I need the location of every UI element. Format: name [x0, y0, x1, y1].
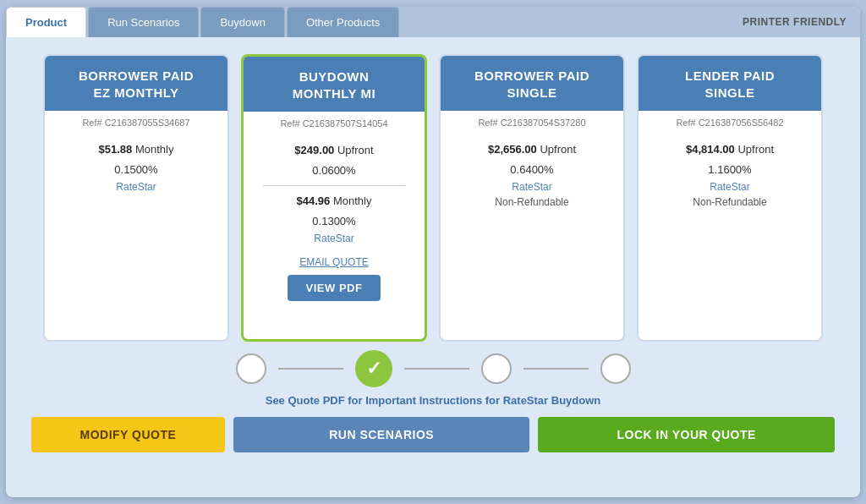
card-2-price1: $249.00 Upfront — [255, 142, 413, 159]
card-4-price1: $4,814.00 Upfront — [650, 141, 809, 158]
radio-card-2-selected[interactable]: ✓ — [355, 350, 392, 387]
radio-card-1[interactable] — [236, 353, 266, 384]
radio-line-3 — [523, 368, 589, 370]
card-2-amount1: $249.00 — [294, 144, 334, 156]
cards-row: BORROWER PAID EZ MONTHLY Ref# C216387055… — [23, 54, 843, 342]
card-4-ratestar: RateStar — [650, 181, 809, 193]
card-1-price2: 0.1500% — [57, 162, 216, 178]
email-quote-link[interactable]: EMAIL QUOTE — [255, 256, 413, 268]
radio-row: ✓ — [23, 350, 843, 387]
card-2-title-line2: MONTHLY MI — [293, 86, 375, 101]
card-3-non-refundable: Non-Refundable — [452, 196, 611, 208]
view-pdf-button[interactable]: VIEW PDF — [288, 275, 381, 301]
lock-in-quote-button[interactable]: LOCK IN YOUR QUOTE — [538, 417, 835, 452]
main-container: Product Run Scenarios Buydown Other Prod… — [6, 7, 860, 497]
card-3-ratestar: RateStar — [452, 181, 611, 193]
printer-friendly-link[interactable]: PRINTER FRIENDLY — [729, 7, 860, 37]
card-2-ref: Ref# C216387507S14054 — [280, 112, 387, 132]
card-2-amount3: $44.96 — [297, 194, 331, 207]
card-1-body: $51.88 Monthly 0.1500% RateStar — [45, 131, 227, 340]
card-1-ref: Ref# C216387055S34687 — [82, 111, 189, 131]
card-2-label3: Monthly — [333, 194, 372, 207]
card-3-amount1: $2,656.00 — [488, 143, 537, 156]
card-2-divider — [263, 185, 404, 186]
card-2-header: BUYDOWN MONTHLY MI — [244, 57, 425, 112]
modify-quote-button[interactable]: MODIFY QUOTE — [31, 417, 225, 452]
card-1-title-line1: BORROWER PAID — [79, 68, 194, 83]
card-4-label1: Upfront — [737, 143, 774, 156]
content-area: BORROWER PAID EZ MONTHLY Ref# C216387055… — [6, 37, 860, 461]
run-scenarios-button[interactable]: RUN SCENARIOS — [233, 417, 530, 452]
card-4-non-refundable: Non-Refundable — [650, 196, 809, 208]
card-1-price1: $51.88 Monthly — [57, 141, 216, 158]
card-4-title-line1: LENDER PAID — [685, 68, 775, 83]
info-message: See Quote PDF for Important Instructions… — [23, 394, 843, 407]
card-3-title-line2: SINGLE — [507, 85, 557, 100]
card-1-title-line2: EZ MONTHLY — [93, 85, 178, 100]
bottom-buttons: MODIFY QUOTE RUN SCENARIOS LOCK IN YOUR … — [31, 417, 835, 452]
card-buydown-monthly-mi: BUYDOWN MONTHLY MI Ref# C216387507S14054… — [241, 54, 427, 342]
card-4-price2: 1.1600% — [650, 162, 809, 178]
radio-line-1 — [278, 368, 343, 370]
card-3-ref: Ref# C216387054S37280 — [478, 111, 585, 131]
card-3-price1: $2,656.00 Upfront — [452, 141, 611, 158]
tab-other-products[interactable]: Other Products — [287, 7, 399, 37]
card-1-header: BORROWER PAID EZ MONTHLY — [45, 56, 227, 111]
tab-run-scenarios[interactable]: Run Scenarios — [88, 7, 199, 37]
card-3-price2: 0.6400% — [452, 162, 611, 178]
card-2-ratestar: RateStar — [255, 233, 413, 244]
card-1-label1: Monthly — [135, 143, 174, 156]
card-4-body: $4,814.00 Upfront 1.1600% RateStar Non-R… — [639, 131, 821, 340]
card-2-label1: Upfront — [337, 144, 374, 156]
radio-card-3[interactable] — [481, 353, 512, 384]
tab-bar: Product Run Scenarios Buydown Other Prod… — [6, 7, 860, 37]
card-3-label1: Upfront — [540, 143, 576, 156]
card-2-price3: $44.96 Monthly — [255, 193, 413, 210]
card-2-price4: 0.1300% — [255, 213, 413, 230]
radio-card-4[interactable] — [600, 353, 631, 384]
card-3-header: BORROWER PAID SINGLE — [441, 56, 623, 111]
card-2-title-line1: BUYDOWN — [299, 69, 370, 84]
card-1-amount1: $51.88 — [99, 143, 133, 156]
tab-buydown[interactable]: Buydown — [200, 7, 284, 37]
tab-product[interactable]: Product — [6, 7, 86, 37]
card-3-body: $2,656.00 Upfront 0.6400% RateStar Non-R… — [441, 131, 623, 340]
card-1-ratestar: RateStar — [57, 181, 216, 193]
card-lender-paid-single: LENDER PAID SINGLE Ref# C216387056S56482… — [637, 54, 823, 342]
radio-line-2 — [404, 368, 469, 370]
card-3-title-line1: BORROWER PAID — [474, 68, 589, 83]
card-4-ref: Ref# C216387056S56482 — [676, 111, 783, 131]
card-borrower-paid-ez-monthly: BORROWER PAID EZ MONTHLY Ref# C216387055… — [43, 54, 229, 342]
card-2-body: $249.00 Upfront 0.0600% $44.96 Monthly 0… — [244, 132, 425, 339]
checkmark-icon: ✓ — [366, 358, 381, 380]
card-borrower-paid-single: BORROWER PAID SINGLE Ref# C216387054S372… — [439, 54, 625, 342]
card-4-header: LENDER PAID SINGLE — [639, 56, 821, 111]
card-2-price2: 0.0600% — [255, 162, 413, 179]
card-4-title-line2: SINGLE — [705, 85, 755, 100]
card-4-amount1: $4,814.00 — [686, 143, 735, 156]
